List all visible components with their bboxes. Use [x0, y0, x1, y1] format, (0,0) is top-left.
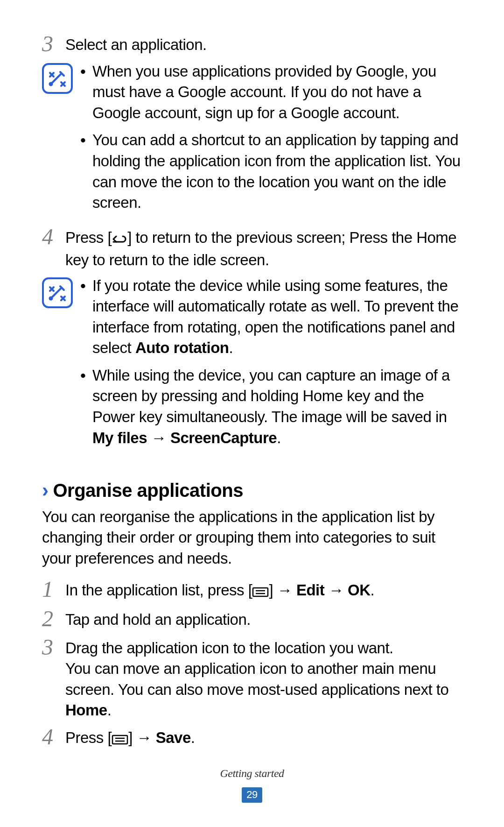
back-key-icon	[112, 229, 127, 250]
org-step-3: 3 Drag the application icon to the locat…	[42, 635, 462, 721]
org-step-2-number: 2	[42, 607, 65, 631]
note-1-bullet-1-text: When you use applications provided by Go…	[92, 63, 436, 121]
section-title: Organise applications	[53, 478, 243, 503]
step-3: 3 Select an application.	[42, 32, 462, 57]
org-step-1-number: 1	[42, 577, 65, 602]
note-icon	[42, 63, 73, 94]
org-step-2: 2 Tap and hold an application.	[42, 607, 462, 631]
svg-rect-2	[253, 588, 268, 596]
org-step-3-number: 3	[42, 635, 65, 660]
note-2-bullet-2-post: .	[277, 429, 281, 446]
org-step-4-text: Press [] → Save.	[65, 725, 462, 750]
note-2-bullet-1: If you rotate the device while using som…	[80, 276, 462, 359]
note-1-bullet-2-text: You can add a shortcut to an application…	[92, 131, 461, 211]
menu-key-icon	[252, 582, 269, 603]
note-2-bullet-2: While using the device, you can capture …	[80, 365, 462, 448]
note-1-bullet-2: You can add a shortcut to an application…	[80, 130, 462, 213]
org-step-3-line2: You can move an application icon to anot…	[65, 658, 462, 721]
menu-key-icon	[112, 729, 128, 750]
step-4a-number: 4	[42, 225, 65, 249]
note-2-bullet-2-pre: While using the device, you can capture …	[92, 367, 450, 425]
note-icon	[42, 277, 73, 308]
step-3-text: Select an application.	[65, 32, 462, 56]
org-step-4-bold: Save	[156, 729, 191, 746]
org-step-4-pre: Press [	[65, 729, 112, 746]
note-1-bullet-1: When you use applications provided by Go…	[80, 61, 462, 124]
org-step-3-bold: Home	[65, 701, 107, 719]
org-step-1-post: ] →	[269, 581, 296, 599]
note-2-bullet-1-post: .	[229, 339, 233, 356]
page-number: 29	[242, 787, 262, 803]
page-footer: Getting started 29	[0, 766, 504, 804]
step-4a-pre: Press [	[65, 229, 112, 246]
org-step-4-number: 4	[42, 725, 65, 749]
note-icon-wrap-2	[42, 276, 80, 308]
org-step-1-pre: In the application list, press [	[65, 581, 252, 599]
step-4a: 4 Press [] to return to the previous scr…	[42, 225, 462, 271]
note-2-bullet-2-bold: My files → ScreenCapture	[92, 429, 277, 446]
section-intro: You can reorganise the applications in t…	[42, 507, 462, 569]
note-1-body: When you use applications provided by Go…	[80, 61, 462, 220]
step-3-number: 3	[42, 32, 65, 57]
section-heading-organise: › Organise applications	[42, 477, 462, 504]
org-step-4-post: ] →	[128, 729, 156, 746]
org-step-4-tail: .	[191, 729, 195, 746]
org-step-3-text: Drag the application icon to the locatio…	[65, 635, 462, 721]
note-2-bullet-1-bold: Auto rotation	[135, 339, 229, 356]
org-step-1-tail: .	[371, 581, 375, 599]
org-step-3-line2-post: .	[107, 701, 112, 719]
footer-section-title: Getting started	[0, 766, 504, 781]
org-step-4: 4 Press [] → Save.	[42, 725, 462, 750]
manual-page: 3 Select an application. When you use	[0, 0, 504, 827]
org-step-1-text: In the application list, press [] → Edit…	[65, 577, 462, 603]
note-icon-wrap-1	[42, 61, 80, 94]
org-step-1: 1 In the application list, press [] → Ed…	[42, 577, 462, 603]
note-box-1: When you use applications provided by Go…	[42, 61, 462, 220]
svg-rect-5	[112, 735, 127, 744]
note-2-body: If you rotate the device while using som…	[80, 276, 462, 455]
svg-point-0	[50, 83, 52, 85]
org-step-2-text: Tap and hold an application.	[65, 607, 462, 630]
step-4a-text: Press [] to return to the previous scree…	[65, 225, 462, 271]
org-step-3-line1: Drag the application icon to the locatio…	[65, 638, 462, 659]
svg-point-1	[50, 297, 52, 299]
section-chevron-icon: ›	[42, 477, 49, 504]
note-box-2: If you rotate the device while using som…	[42, 276, 462, 455]
org-step-3-line2-pre: You can move an application icon to anot…	[65, 660, 448, 698]
org-step-1-bold: Edit → OK	[296, 581, 371, 599]
